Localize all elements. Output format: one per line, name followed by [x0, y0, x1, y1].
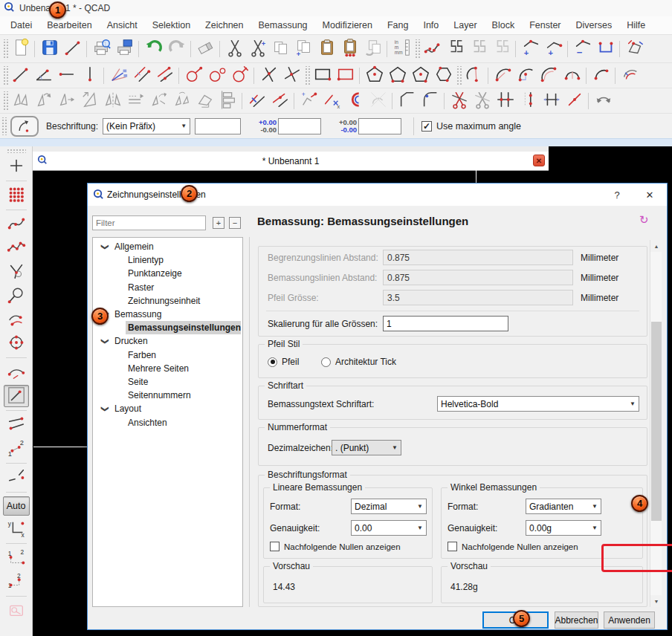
- snap-restrict-button[interactable]: [4, 385, 29, 407]
- coordinate-axes-button[interactable]: yx: [4, 518, 29, 540]
- polygon-side-button[interactable]: [409, 65, 432, 87]
- hexagon-button[interactable]: [432, 65, 455, 87]
- toolbar-grip[interactable]: [2, 39, 8, 59]
- scrollbar-thumb[interactable]: [651, 322, 662, 521]
- tree-filter-input[interactable]: [92, 215, 206, 230]
- tree-item-raster[interactable]: Raster: [93, 281, 242, 294]
- angular-trailing-zeros-checkbox[interactable]: Nachfolgende Nullen anzeigen: [448, 542, 578, 551]
- coordinate-relative-button[interactable]: 12: [4, 547, 29, 569]
- line-vertical-button[interactable]: [78, 65, 101, 87]
- cut-button[interactable]: [223, 36, 246, 62]
- linear-format-dropdown[interactable]: Dezimal ▼: [351, 499, 427, 514]
- tree-item-seitennummern[interactable]: Seitennummern: [93, 389, 242, 402]
- menu-item-info[interactable]: Info: [416, 18, 446, 33]
- modify-scale-button[interactable]: [78, 90, 101, 112]
- paste-button[interactable]: [315, 36, 338, 62]
- arc-concentric-button[interactable]: [618, 65, 642, 87]
- tree-item-seite[interactable]: Seite: [93, 375, 242, 389]
- snap-auto-button[interactable]: Auto: [3, 496, 30, 516]
- cut-with-reference-button[interactable]: +: [246, 36, 269, 62]
- line-angle-button[interactable]: [32, 65, 55, 87]
- tree-item-ansichten[interactable]: Ansichten: [93, 415, 242, 429]
- prefix-dropdown[interactable]: (Kein Präfix) ▼: [103, 118, 190, 134]
- modify-align-button[interactable]: [216, 90, 239, 112]
- save-as-button[interactable]: [61, 36, 84, 62]
- snap-center-button[interactable]: [4, 332, 29, 354]
- tree-collapse-all-button[interactable]: −: [229, 217, 241, 229]
- radio-icon[interactable]: [268, 357, 277, 367]
- save-button[interactable]: [38, 36, 61, 62]
- radio-architectural-tick[interactable]: Architektur Tick: [321, 357, 396, 367]
- chevron-expanded-icon[interactable]: ❯: [101, 405, 109, 412]
- drawing-units-button[interactable]: inmmm: [390, 36, 413, 62]
- snap-free-button[interactable]: [4, 261, 29, 283]
- arc-continue-button[interactable]: [589, 65, 613, 87]
- rectangle-button[interactable]: [311, 65, 334, 87]
- polyline-morph-button[interactable]: [623, 36, 646, 62]
- modify-lengthen-button[interactable]: [268, 90, 291, 112]
- tree-item-punktanzeige[interactable]: Punktanzeige: [93, 267, 242, 280]
- polyline-append-button[interactable]: [444, 36, 467, 62]
- polyline-trim-button[interactable]: [490, 36, 513, 62]
- tree-expand-all-button[interactable]: +: [213, 217, 224, 229]
- modify-break-gap-button[interactable]: [517, 90, 540, 112]
- modify-move-point-button[interactable]: [563, 90, 586, 112]
- use-maximum-angle-checkbox[interactable]: ✓: [421, 121, 432, 132]
- toolbar-grip[interactable]: [7, 149, 26, 153]
- menu-item-ansicht[interactable]: Ansicht: [100, 18, 145, 33]
- toolbar-grip[interactable]: [304, 66, 310, 85]
- arc-diameter-button[interactable]: [560, 65, 584, 87]
- snap-tangential-button[interactable]: [4, 308, 29, 331]
- toolbar-grip[interactable]: [2, 66, 8, 85]
- coordinate-absolute-button[interactable]: 12: [4, 571, 29, 593]
- toolbar-grip[interactable]: [2, 91, 8, 111]
- draw-point-button[interactable]: [4, 155, 29, 178]
- label-text-input[interactable]: [195, 118, 241, 134]
- modify-bevel-button[interactable]: [395, 90, 419, 112]
- angular-format-dropdown[interactable]: Gradianten ▼: [526, 499, 601, 514]
- circle-two-points-button[interactable]: [205, 65, 228, 87]
- snap-on-entity-button[interactable]: [4, 285, 29, 307]
- circle-three-points-button[interactable]: [228, 65, 251, 87]
- menu-item-layer[interactable]: Layer: [446, 18, 484, 33]
- line-bisector-button[interactable]: [107, 65, 130, 87]
- reset-to-defaults-icon[interactable]: ↺: [639, 213, 649, 227]
- arc-tangent-button[interactable]: [537, 65, 560, 87]
- copy-with-reference-button[interactable]: +: [292, 36, 315, 62]
- modify-offset-button[interactable]: [124, 90, 147, 112]
- new-file-button[interactable]: [9, 36, 32, 62]
- checkbox-icon[interactable]: [448, 542, 457, 551]
- polyline-delete-segment-button[interactable]: [467, 36, 490, 62]
- polygon-center-point-button[interactable]: [363, 65, 386, 87]
- paste-along-entity-button[interactable]: [338, 36, 361, 62]
- modify-divide-button[interactable]: [448, 90, 471, 112]
- modify-break-out-button[interactable]: [471, 90, 494, 112]
- radio-icon[interactable]: [321, 357, 331, 367]
- modify-lengthen-both-button[interactable]: [540, 90, 563, 112]
- menu-item-fang[interactable]: Fang: [380, 18, 416, 33]
- chevron-expanded-icon[interactable]: ❯: [101, 337, 109, 345]
- scroll-up-icon[interactable]: ▲: [650, 240, 662, 252]
- tree-item-mehrere-seiten[interactable]: Mehrere Seiten: [93, 362, 242, 375]
- modify-auto-trim-button[interactable]: [366, 90, 390, 112]
- draw-hatch-grid-button[interactable]: [4, 184, 29, 207]
- polyline-normalize-button[interactable]: [594, 36, 617, 62]
- arc-three-points-button[interactable]: [462, 65, 485, 87]
- modify-rotate-two-button[interactable]: [147, 90, 170, 112]
- mdi-close-button[interactable]: ✕: [533, 155, 545, 166]
- linear-trailing-zeros-checkbox[interactable]: Nachfolgende Nullen anzeigen: [270, 542, 401, 551]
- menu-item-block[interactable]: Block: [485, 18, 523, 33]
- modify-reverse-button[interactable]: [592, 90, 615, 112]
- modify-mirror-axis-button[interactable]: [101, 90, 124, 112]
- dialog-titlebar[interactable]: Zeichnungseinstellungen ? ✕: [88, 184, 667, 206]
- tree-item-bemassung[interactable]: ❯Bemassung: [93, 308, 242, 321]
- modify-move-button[interactable]: [55, 90, 78, 112]
- snap-angle-button[interactable]: [4, 467, 29, 489]
- snap-order-button[interactable]: 12: [4, 438, 29, 460]
- tree-item-farben[interactable]: Farben: [93, 348, 242, 362]
- cancel-button[interactable]: Abbrechen: [555, 611, 598, 629]
- checkbox-icon[interactable]: [270, 542, 280, 551]
- dialog-help-button[interactable]: ?: [606, 184, 628, 206]
- line-cross-center-button[interactable]: [280, 65, 303, 87]
- tree-item-zeichnungseinheit[interactable]: Zeichnungseinheit: [93, 294, 242, 308]
